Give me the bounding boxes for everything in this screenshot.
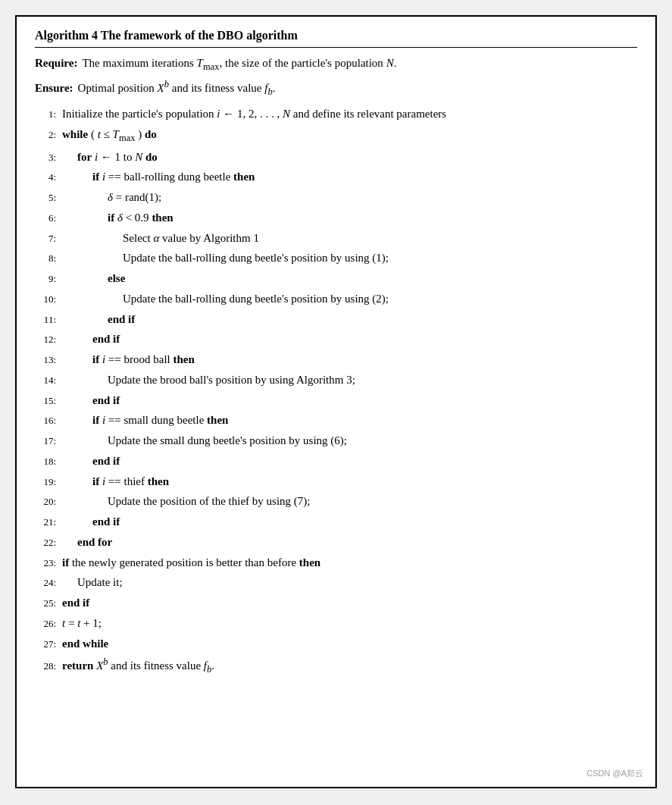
line-number: 8: <box>35 250 56 266</box>
line-content: Update the ball-rolling dung beetle's po… <box>62 290 637 309</box>
algorithm-line: 27:end while <box>35 634 637 654</box>
line-content: if i == brood ball then <box>62 350 637 369</box>
algorithm-line: 5:δ = rand(1); <box>35 187 637 208</box>
line-number: 10: <box>35 291 56 307</box>
algorithm-line: 23:if the newly generated position is be… <box>35 553 637 573</box>
line-number: 23: <box>35 555 56 571</box>
algorithm-name: The framework of the DBO algorithm <box>98 29 298 42</box>
algorithm-line: 18:end if <box>35 451 637 471</box>
line-content: else <box>62 269 637 288</box>
line-number: 22: <box>35 534 56 550</box>
line-content: end if <box>62 310 637 329</box>
line-content: Update it; <box>62 573 637 592</box>
line-number: 25: <box>35 595 56 611</box>
algorithm-line: 1:Initialize the particle's population i… <box>35 104 637 124</box>
algorithm-title: Algorithm 4 The framework of the DBO alg… <box>35 29 298 42</box>
line-number: 18: <box>35 453 56 469</box>
line-number: 3: <box>35 149 56 165</box>
algorithm-body: Require: The maximum iterations Tmax, th… <box>35 54 637 678</box>
line-number: 14: <box>35 372 56 388</box>
line-number: 5: <box>35 190 56 205</box>
algorithm-line: 6:if δ < 0.9 then <box>35 208 637 228</box>
algorithm-line: 10:Update the ball-rolling dung beetle's… <box>35 289 637 309</box>
line-number: 26: <box>35 615 56 631</box>
line-number: 6: <box>35 210 56 226</box>
line-number: 4: <box>35 169 56 185</box>
line-content: if i == ball-rolling dung beetle then <box>62 168 637 186</box>
line-number: 19: <box>35 474 56 490</box>
line-content: end for <box>62 533 637 552</box>
line-content: end if <box>62 391 637 410</box>
require-label: Require: <box>35 54 77 73</box>
line-number: 11: <box>35 312 56 327</box>
algorithm-line: 19:if i == thief then <box>35 471 637 492</box>
line-number: 15: <box>35 393 56 409</box>
line-number: 24: <box>35 575 56 590</box>
ensure-label: Ensure: <box>35 79 73 98</box>
require-line: Require: The maximum iterations Tmax, th… <box>35 54 637 75</box>
algorithm-line: 14:Update the brood ball's position by u… <box>35 370 637 390</box>
algorithm-line: 22:end for <box>35 532 637 553</box>
ensure-text: Optimal position Xb and its fitness valu… <box>78 77 276 100</box>
line-content: Update the position of the thief by usin… <box>62 492 637 511</box>
line-content: end if <box>62 594 637 612</box>
algorithm-line: 8:Update the ball-rolling dung beetle's … <box>35 248 637 268</box>
line-content: end while <box>62 634 637 653</box>
algorithm-line: 4:if i == ball-rolling dung beetle then <box>35 167 637 187</box>
algorithm-line: 26:t = t + 1; <box>35 613 637 634</box>
line-content: δ = rand(1); <box>62 188 637 207</box>
algorithm-number: Algorithm 4 <box>35 29 98 42</box>
line-content: Initialize the particle's population i ←… <box>62 105 637 124</box>
line-content: return Xb and its fitness value fb. <box>62 654 637 678</box>
algorithm-line: 11:end if <box>35 309 637 330</box>
line-number: 7: <box>35 230 56 246</box>
ensure-line: Ensure: Optimal position Xb and its fitn… <box>35 77 637 100</box>
line-number: 13: <box>35 352 56 368</box>
algorithm-line: 24:Update it; <box>35 572 637 593</box>
algorithm-line: 17:Update the small dung beetle's positi… <box>35 431 637 451</box>
line-number: 21: <box>35 514 56 530</box>
algorithm-line: 2:while ( t ≤ Tmax ) do <box>35 124 637 147</box>
watermark: CSDN @A郑云 <box>586 768 643 779</box>
line-number: 16: <box>35 412 56 428</box>
line-content: end if <box>62 512 637 531</box>
line-content: end if <box>62 452 637 471</box>
line-content: Select α value by Algorithm 1 <box>62 229 637 248</box>
algorithm-header: Algorithm 4 The framework of the DBO alg… <box>35 29 637 48</box>
line-content: for i ← 1 to N do <box>62 148 637 167</box>
line-content: Update the brood ball's position by usin… <box>62 371 637 390</box>
line-number: 1: <box>35 106 56 122</box>
line-content: while ( t ≤ Tmax ) do <box>62 125 637 146</box>
line-content: if i == thief then <box>62 472 637 491</box>
algorithm-line: 12:end if <box>35 329 637 349</box>
line-content: end if <box>62 330 637 349</box>
line-number: 17: <box>35 433 56 449</box>
line-number: 28: <box>35 658 56 674</box>
algorithm-line: 13:if i == brood ball then <box>35 349 637 370</box>
line-number: 27: <box>35 636 56 652</box>
line-content: if δ < 0.9 then <box>62 208 637 227</box>
line-number: 2: <box>35 127 56 143</box>
algorithm-line: 15:end if <box>35 390 637 411</box>
line-content: t = t + 1; <box>62 614 637 633</box>
line-number: 20: <box>35 493 56 509</box>
algorithm-container: Algorithm 4 The framework of the DBO alg… <box>15 15 657 788</box>
algorithm-line: 3:for i ← 1 to N do <box>35 147 637 168</box>
algorithm-line: 20:Update the position of the thief by u… <box>35 491 637 512</box>
line-content: if the newly generated position is bette… <box>62 553 637 572</box>
line-content: Update the small dung beetle's position … <box>62 431 637 450</box>
lines-container: 1:Initialize the particle's population i… <box>35 104 637 678</box>
require-text: The maximum iterations Tmax, the size of… <box>82 54 396 75</box>
algorithm-line: 9:else <box>35 268 637 289</box>
line-number: 9: <box>35 271 56 287</box>
line-content: if i == small dung beetle then <box>62 411 637 430</box>
algorithm-line: 16:if i == small dung beetle then <box>35 410 637 431</box>
algorithm-line: 25:end if <box>35 593 637 613</box>
algorithm-line: 7:Select α value by Algorithm 1 <box>35 228 637 249</box>
algorithm-line: 28:return Xb and its fitness value fb. <box>35 653 637 678</box>
algorithm-line: 21:end if <box>35 512 637 532</box>
line-number: 12: <box>35 331 56 347</box>
line-content: Update the ball-rolling dung beetle's po… <box>62 249 637 268</box>
